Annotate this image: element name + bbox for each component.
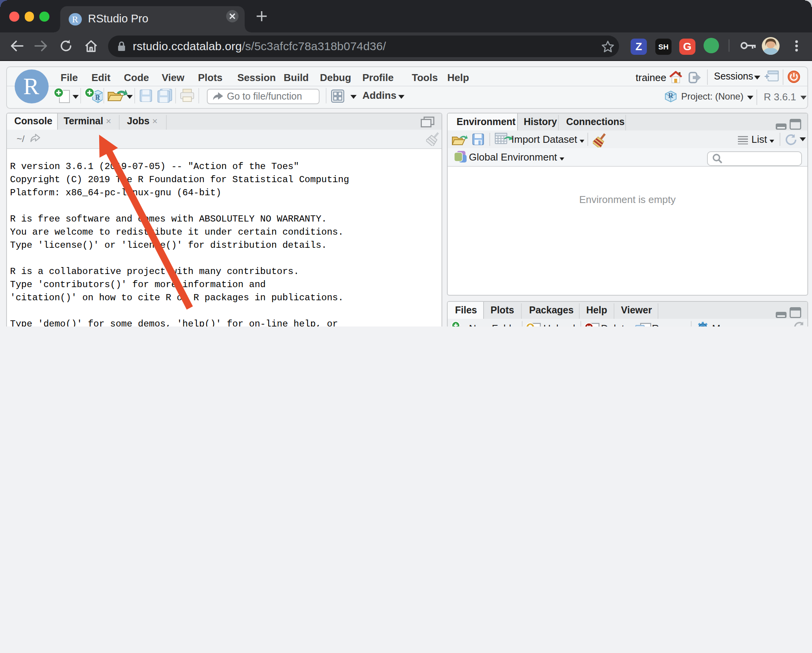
svg-text:R: R <box>95 93 100 101</box>
svg-text:R: R <box>668 91 673 99</box>
